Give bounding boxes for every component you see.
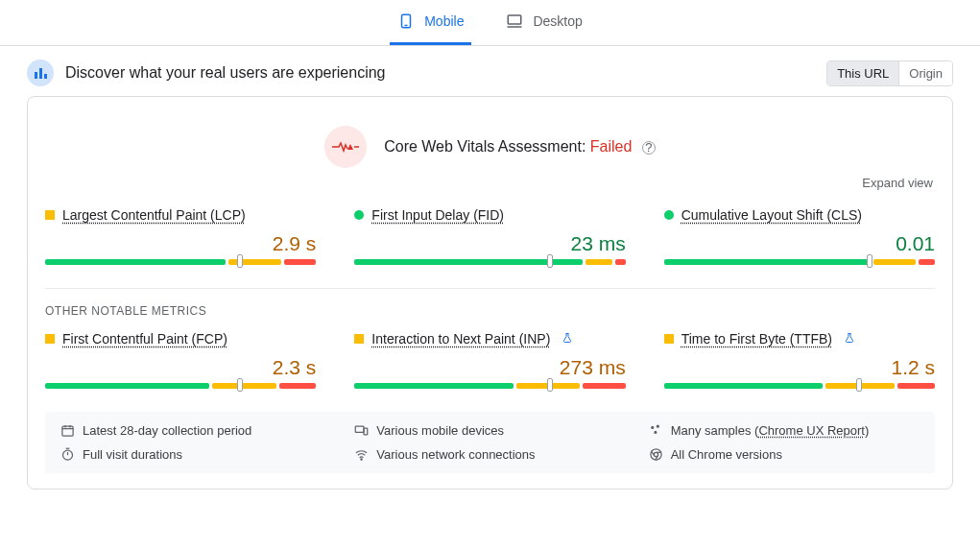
experimental-flask-icon [562,332,573,347]
metric-ttfb-value: 1.2 s [664,356,935,379]
svg-point-15 [651,426,654,429]
device-tabs: Mobile Desktop [0,0,980,46]
svg-rect-14 [364,428,368,435]
core-metrics-grid: Largest Contentful Paint (LCP) 2.9 s Fir… [45,207,935,265]
metric-fcp-bar [45,383,316,389]
metric-ttfb-bar [664,383,935,389]
metric-lcp-bar [45,259,316,265]
svg-rect-13 [356,426,365,432]
svg-point-16 [656,425,658,428]
toggle-this-url[interactable]: This URL [827,61,898,85]
svg-rect-6 [44,74,47,79]
field-data-icon [27,60,54,86]
timer-icon [60,447,75,462]
svg-rect-4 [35,72,37,79]
marker-icon [547,254,553,268]
metric-lcp: Largest Contentful Paint (LCP) 2.9 s [45,207,316,265]
tab-desktop-label: Desktop [533,13,582,29]
expand-view-link[interactable]: Expand view [45,176,933,190]
assessment-label: Core Web Vitals Assessment: [384,138,586,155]
chrome-icon [649,447,663,462]
metric-cls: Cumulative Layout Shift (CLS) 0.01 [664,207,935,265]
marker-icon [867,254,872,268]
help-icon[interactable]: ? [642,141,656,155]
metric-inp-value: 273 ms [354,356,625,379]
fid-status-icon [354,210,364,220]
metric-ttfb-name[interactable]: Time to First Byte (TTFB) [681,331,832,347]
svg-rect-5 [39,68,42,79]
svg-point-17 [654,431,657,434]
metric-ttfb: Time to First Byte (TTFB) 1.2 s [664,331,935,389]
tab-mobile[interactable]: Mobile [390,0,471,45]
assessment-row: Core Web Vitals Assessment: Failed ? [45,126,935,168]
wifi-icon [354,447,369,462]
header-title: Discover what your real users are experi… [65,64,385,82]
marker-icon [856,378,862,392]
metrics-divider [45,288,935,289]
toggle-origin[interactable]: Origin [898,61,952,85]
metric-fid-value: 23 ms [354,232,625,255]
collection-summary: Latest 28-day collection period Various … [45,412,935,473]
metric-fcp: First Contentful Paint (FCP) 2.3 s [45,331,316,389]
chrome-ux-report-link[interactable]: Chrome UX Report [758,423,865,438]
other-metrics-grid: First Contentful Paint (FCP) 2.3 s Inter… [45,331,935,389]
fcp-status-icon [45,334,55,344]
footer-versions: All Chrome versions [649,447,920,462]
metric-cls-value: 0.01 [664,232,935,255]
metric-lcp-name[interactable]: Largest Contentful Paint (LCP) [62,207,246,223]
svg-rect-9 [62,426,73,436]
footer-network: Various network connections [354,447,625,462]
metric-fcp-name[interactable]: First Contentful Paint (FCP) [62,331,227,347]
assessment-status: Failed [590,138,633,155]
footer-period: Latest 28-day collection period [60,423,331,438]
other-metrics-label: OTHER NOTABLE METRICS [45,304,935,318]
metric-cls-bar [664,259,935,265]
inp-status-icon [354,334,364,344]
marker-icon [237,254,243,268]
calendar-icon [60,423,75,438]
assessment-text: Core Web Vitals Assessment: Failed ? [384,138,656,155]
marker-icon [237,378,243,392]
svg-rect-2 [509,15,522,24]
cls-status-icon [664,210,674,220]
metric-fid: First Input Delay (FID) 23 ms [354,207,625,265]
metric-lcp-value: 2.9 s [45,232,316,255]
marker-icon [547,378,553,392]
svg-marker-7 [347,144,353,150]
desktop-icon [506,12,523,30]
field-data-card: Core Web Vitals Assessment: Failed ? Exp… [27,96,953,490]
header-row: Discover what your real users are experi… [0,46,980,96]
metric-inp: Interaction to Next Paint (INP) 273 ms [354,331,625,389]
metric-fcp-value: 2.3 s [45,356,316,379]
mobile-icon [397,12,415,30]
metric-inp-bar [354,383,625,389]
footer-devices: Various mobile devices [354,423,625,438]
ttfb-status-icon [664,334,674,344]
metric-inp-name[interactable]: Interaction to Next Paint (INP) [371,331,550,347]
metric-fid-name[interactable]: First Input Delay (FID) [371,207,504,223]
experimental-flask-icon [844,332,855,347]
metric-cls-name[interactable]: Cumulative Layout Shift (CLS) [681,207,862,223]
tab-desktop[interactable]: Desktop [498,0,589,45]
metric-fid-bar [354,259,625,265]
scatter-icon [649,423,663,438]
devices-icon [354,423,369,438]
footer-samples: Many samples (Chrome UX Report) [649,423,920,438]
pulse-icon [324,126,367,168]
lcp-status-icon [45,210,55,220]
svg-point-21 [361,459,362,460]
scope-toggle: This URL Origin [826,60,953,86]
footer-duration: Full visit durations [60,447,331,462]
tab-mobile-label: Mobile [424,13,464,29]
